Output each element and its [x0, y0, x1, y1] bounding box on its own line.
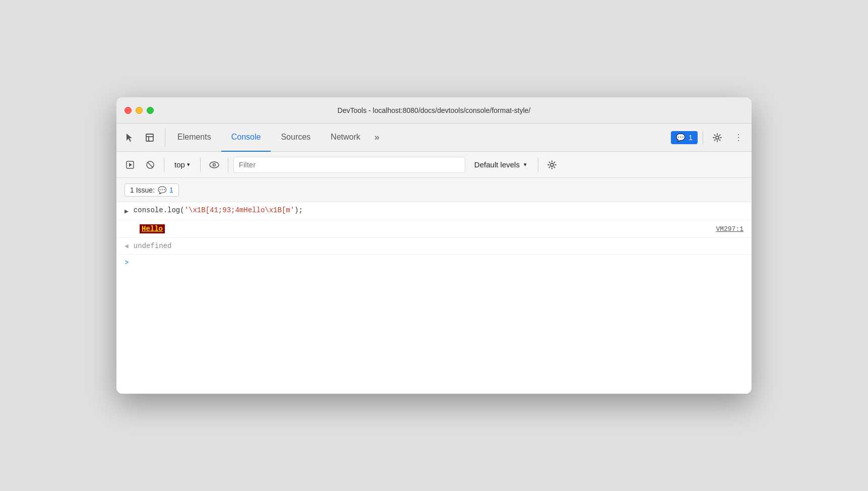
svg-point-5: [738, 137, 739, 138]
tab-console[interactable]: Console: [221, 124, 271, 152]
gear-icon: [712, 133, 722, 143]
issues-tag[interactable]: 1 Issue: 💬 1: [125, 183, 179, 197]
chevron-down-icon-levels: ▾: [524, 161, 527, 168]
issues-bar: 1 Issue: 💬 1: [116, 178, 752, 202]
prompt-symbol: >: [125, 259, 129, 267]
toolbar-divider-1: [164, 158, 164, 172]
window-title: DevTools - localhost:8080/docs/devtools/…: [338, 106, 531, 114]
default-levels-dropdown[interactable]: Default levels ▾: [468, 158, 533, 171]
toolbar-divider-3: [228, 158, 228, 172]
eye-icon: [209, 161, 219, 168]
tab-bar: Elements Console Sources Network » 💬 1: [116, 124, 752, 152]
close-button[interactable]: [125, 107, 132, 114]
svg-rect-0: [146, 134, 153, 141]
console-settings-button[interactable]: [543, 156, 561, 173]
tab-more-button[interactable]: »: [370, 124, 384, 152]
gear-icon-console: [547, 160, 557, 170]
minimize-button[interactable]: [136, 107, 143, 114]
toolbar-divider-4: [538, 158, 538, 172]
undefined-text: undefined: [134, 242, 172, 250]
play-icon: [126, 160, 135, 169]
eye-icon-btn[interactable]: [206, 156, 223, 173]
console-toolbar: top ▾ Default levels ▾: [116, 152, 752, 178]
svg-marker-8: [129, 163, 132, 167]
run-script-button[interactable]: [121, 156, 139, 173]
svg-point-12: [213, 163, 215, 166]
svg-line-10: [148, 162, 153, 167]
title-bar: DevTools - localhost:8080/docs/devtools/…: [116, 97, 752, 124]
prompt-row[interactable]: >: [116, 255, 752, 271]
vm-link[interactable]: VM297:1: [716, 225, 743, 233]
tab-sources[interactable]: Sources: [271, 124, 321, 152]
hello-text: Hello: [140, 224, 165, 233]
devtools-window: DevTools - localhost:8080/docs/devtools/…: [116, 97, 752, 394]
svg-point-11: [210, 162, 219, 168]
cursor-icon: [125, 133, 135, 143]
more-options-button[interactable]: [729, 129, 748, 147]
hello-output-row: Hello VM297:1: [116, 220, 752, 238]
tab-bar-right: 💬 1: [671, 129, 748, 147]
issues-badge-btn[interactable]: 💬 1: [671, 131, 698, 144]
console-output: ▶ console.log('\x1B[41;93;4mHello\x1B[m'…: [116, 202, 752, 394]
maximize-button[interactable]: [147, 107, 154, 114]
filter-input[interactable]: [233, 157, 465, 173]
svg-point-4: [738, 134, 739, 135]
toolbar-divider-2: [200, 158, 201, 172]
chevron-down-icon: ▾: [187, 161, 190, 168]
svg-point-13: [550, 163, 553, 166]
svg-point-6: [738, 140, 739, 141]
dots-vertical-icon: [733, 133, 743, 143]
console-code: console.log('\x1B[41;93;4mHello\x1B[m');: [134, 206, 743, 214]
issues-chat-icon: 💬: [158, 186, 166, 194]
tab-elements[interactable]: Elements: [167, 124, 221, 152]
tab-network[interactable]: Network: [321, 124, 370, 152]
svg-point-3: [716, 136, 719, 139]
return-icon: ◀: [125, 242, 129, 250]
inspect-icon-btn[interactable]: [141, 129, 159, 147]
console-log-row: ▶ console.log('\x1B[41;93;4mHello\x1B[m'…: [116, 202, 752, 220]
clear-console-button[interactable]: [142, 156, 159, 173]
traffic-lights: [125, 107, 154, 114]
cursor-icon-btn[interactable]: [120, 129, 139, 147]
chat-icon: 💬: [676, 133, 686, 142]
settings-button[interactable]: [708, 129, 726, 147]
tab-bar-icons: [120, 129, 165, 147]
ban-icon: [146, 160, 155, 169]
expand-arrow[interactable]: ▶: [125, 207, 129, 215]
context-dropdown[interactable]: top ▾: [169, 158, 195, 171]
undefined-row: ◀ undefined: [116, 238, 752, 255]
divider: [703, 131, 703, 145]
inspect-icon: [145, 133, 155, 143]
